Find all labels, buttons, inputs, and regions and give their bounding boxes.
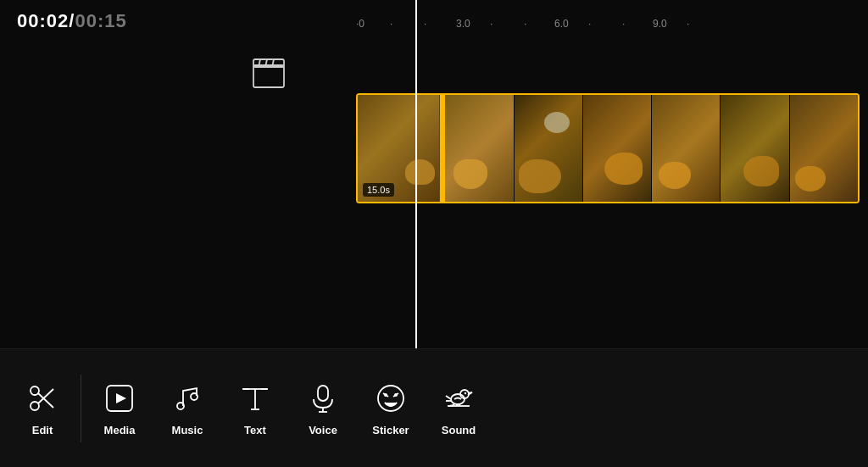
svg-text:·: · bbox=[524, 18, 526, 30]
toolbar-item-voice[interactable]: Voice bbox=[289, 371, 357, 445]
toolbar-item-sound[interactable]: Sound bbox=[425, 371, 492, 445]
toolbar-item-music[interactable]: Music bbox=[153, 371, 221, 445]
bird-icon bbox=[440, 380, 477, 417]
svg-point-23 bbox=[191, 393, 198, 400]
svg-text:3.0: 3.0 bbox=[456, 18, 470, 30]
bottom-toolbar: Edit Media Music bbox=[0, 348, 868, 467]
svg-text:·: · bbox=[390, 18, 392, 30]
voice-label: Voice bbox=[309, 424, 337, 436]
current-time: 00:02 bbox=[17, 10, 69, 31]
svg-rect-29 bbox=[318, 386, 328, 401]
edit-label: Edit bbox=[32, 424, 53, 436]
svg-marker-21 bbox=[116, 393, 126, 403]
svg-point-17 bbox=[31, 386, 39, 395]
duration-badge: 15.0s bbox=[363, 183, 394, 197]
playhead bbox=[415, 0, 417, 348]
svg-text:·: · bbox=[490, 18, 492, 30]
play-square-icon bbox=[101, 380, 138, 417]
music-label: Music bbox=[172, 424, 203, 436]
toolbar-item-media[interactable]: Media bbox=[86, 371, 153, 445]
svg-text:·0: ·0 bbox=[356, 18, 364, 30]
svg-text:·: · bbox=[687, 18, 689, 30]
svg-point-38 bbox=[451, 394, 465, 404]
svg-text:9.0: 9.0 bbox=[653, 18, 667, 30]
scissors-icon bbox=[24, 380, 61, 417]
svg-point-40 bbox=[465, 392, 466, 394]
toolbar-item-text[interactable]: Text bbox=[221, 371, 289, 445]
toolbar-item-edit[interactable]: Edit bbox=[8, 371, 76, 445]
toolbar-divider bbox=[81, 375, 81, 442]
sound-label: Sound bbox=[442, 424, 476, 436]
text-label: Text bbox=[244, 424, 266, 436]
clapper-icon bbox=[250, 55, 287, 92]
sticker-label: Sticker bbox=[372, 424, 409, 436]
svg-point-32 bbox=[378, 386, 403, 411]
timeline-ruler: ·0 · · 3.0 · · 6.0 · · 9.0 · bbox=[356, 10, 865, 34]
svg-point-16 bbox=[31, 402, 39, 410]
smiley-icon bbox=[372, 380, 409, 417]
media-label: Media bbox=[104, 424, 136, 436]
svg-text:·: · bbox=[588, 18, 591, 30]
toolbar-item-sticker[interactable]: Sticker bbox=[357, 371, 425, 445]
svg-rect-11 bbox=[253, 65, 284, 87]
svg-text:6.0: 6.0 bbox=[554, 18, 569, 30]
svg-text:·: · bbox=[424, 18, 426, 30]
timecode: 00:02/00:15 bbox=[17, 10, 127, 32]
microphone-icon bbox=[304, 380, 342, 417]
total-time: 00:15 bbox=[75, 10, 126, 31]
video-strip: 15.0s bbox=[356, 93, 860, 203]
text-t-icon bbox=[236, 380, 274, 417]
svg-text:·: · bbox=[622, 18, 625, 30]
music-note-icon bbox=[169, 380, 206, 417]
